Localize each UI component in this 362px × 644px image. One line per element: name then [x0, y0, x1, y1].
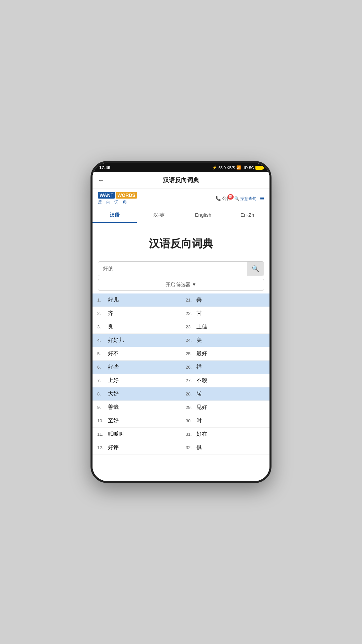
filter-label: 开启 筛选器 ▼	[166, 282, 196, 288]
list-item[interactable]: 8. 大好	[93, 387, 181, 401]
logo-area: WANT WORDS 反 向 词 典	[98, 192, 137, 205]
main-title: 汉语反向词典	[99, 236, 263, 251]
results-container[interactable]: 1. 好儿 2. 齐 3. 良 4. 好好儿	[93, 293, 269, 481]
logo-words: WORDS	[116, 192, 137, 199]
tab-english[interactable]: English	[181, 209, 225, 223]
new-badge: 新	[228, 194, 234, 200]
list-item[interactable]: 10. 至好	[93, 414, 181, 428]
hd-badge: HD	[242, 166, 248, 170]
search-box: 🔍	[98, 261, 264, 276]
top-nav: ← 汉语反向词典	[93, 172, 269, 189]
results-columns: 1. 好儿 2. 齐 3. 良 4. 好好儿	[93, 293, 269, 454]
back-button[interactable]: ←	[98, 176, 105, 184]
logo-subtitle: 反 向 词 典	[98, 199, 137, 205]
app-content: ← 汉语反向词典 WANT WORDS 反 向 词 典 📞 公告 新 🔍 据意查…	[93, 172, 269, 481]
filter-button[interactable]: 开启 筛选器 ▼	[98, 279, 264, 291]
wifi-icon: 📶	[236, 165, 241, 170]
app-header: WANT WORDS 反 向 词 典 📞 公告 新 🔍 据意查句 ≡	[93, 189, 269, 209]
status-bar: 17:46 ⚡ 55.0 KB/S 📶 HD 5G	[93, 163, 269, 172]
list-item[interactable]: 28. 崭	[181, 387, 269, 401]
list-item[interactable]: 24. 美	[181, 334, 269, 347]
tab-chinese[interactable]: 汉语	[93, 209, 137, 223]
list-item[interactable]: 2. 齐	[93, 307, 181, 320]
results-left-column: 1. 好儿 2. 齐 3. 良 4. 好好儿	[93, 293, 181, 454]
list-item[interactable]: 5. 好不	[93, 347, 181, 361]
status-icons: ⚡ 55.0 KB/S 📶 HD 5G	[213, 165, 263, 170]
list-item[interactable]: 12. 好评	[93, 441, 181, 454]
logo-row: WANT WORDS	[98, 192, 137, 199]
status-time: 17:46	[99, 165, 110, 170]
list-item[interactable]: 1. 好儿	[93, 293, 181, 307]
notice-button[interactable]: 📞 公告 新	[216, 196, 231, 202]
list-item[interactable]: 4. 好好儿	[93, 334, 181, 347]
list-item[interactable]: 26. 祥	[181, 361, 269, 374]
list-item[interactable]: 29. 见好	[181, 401, 269, 414]
search-sentence-label: 🔍 据意查句	[234, 196, 256, 202]
search-input[interactable]	[98, 262, 247, 275]
results-right-column: 21. 善 22. 甘 23. 上佳 24. 美	[181, 293, 269, 454]
list-item[interactable]: 32. 俱	[181, 441, 269, 454]
list-item[interactable]: 23. 上佳	[181, 320, 269, 334]
search-area: 🔍 开启 筛选器 ▼	[93, 261, 269, 293]
list-item[interactable]: 27. 不赖	[181, 374, 269, 387]
tab-en-zh[interactable]: En-Zh	[225, 209, 269, 223]
list-item[interactable]: 30. 时	[181, 414, 269, 428]
list-item[interactable]: 3. 良	[93, 320, 181, 334]
search-button[interactable]: 🔍	[247, 262, 264, 276]
nav-title: 汉语反向词典	[109, 176, 253, 184]
list-item[interactable]: 22. 甘	[181, 307, 269, 320]
list-item[interactable]: 7. 上好	[93, 374, 181, 387]
list-item[interactable]: 11. 呱呱叫	[93, 428, 181, 441]
header-right: 📞 公告 新 🔍 据意查句 ≡	[216, 194, 264, 203]
search-sentence-button[interactable]: 🔍 据意查句	[234, 196, 256, 202]
phone-frame: 17:46 ⚡ 55.0 KB/S 📶 HD 5G ← 汉语反向词典 WANT …	[90, 161, 272, 483]
tabs-bar: 汉语 汉-英 English En-Zh	[93, 209, 269, 223]
main-title-area: 汉语反向词典	[93, 223, 269, 261]
bluetooth-icon: ⚡	[213, 165, 217, 170]
list-item[interactable]: 9. 善哉	[93, 401, 181, 414]
list-item[interactable]: 6. 好些	[93, 361, 181, 374]
tab-chinese-english[interactable]: 汉-英	[137, 209, 181, 223]
list-item[interactable]: 21. 善	[181, 293, 269, 307]
list-item[interactable]: 31. 好在	[181, 428, 269, 441]
battery-icon	[255, 166, 263, 170]
speed-indicator: 55.0 KB/S	[219, 166, 235, 170]
signal-badge: 5G	[249, 166, 254, 170]
list-item[interactable]: 25. 最好	[181, 347, 269, 361]
menu-button[interactable]: ≡	[260, 194, 264, 203]
logo-want: WANT	[98, 192, 115, 199]
